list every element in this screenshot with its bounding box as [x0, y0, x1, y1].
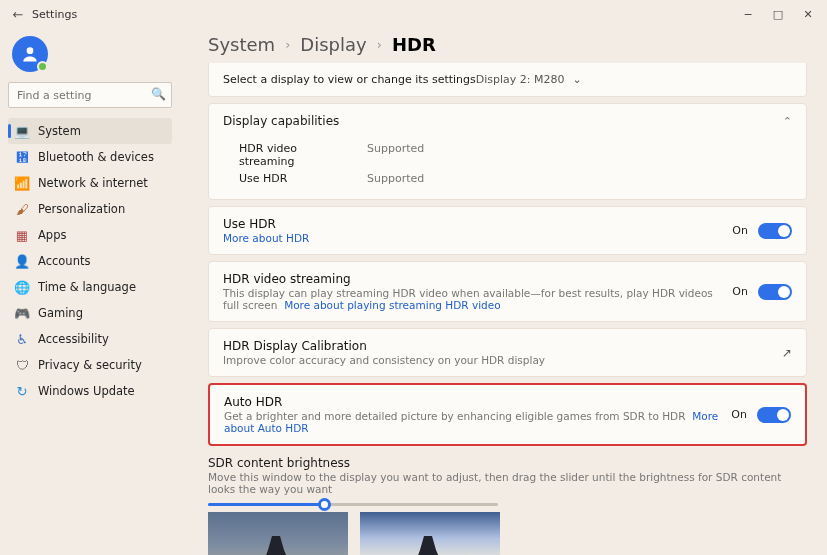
setting-title: HDR video streaming: [223, 272, 722, 286]
bluetooth-icon: ᜛: [14, 149, 30, 165]
shield-icon: 🛡: [14, 357, 30, 373]
setting-hdr-calibration[interactable]: HDR Display Calibration Improve color ac…: [208, 328, 807, 377]
setting-title: SDR content brightness: [208, 456, 807, 470]
maximize-button[interactable]: □: [763, 8, 793, 21]
presence-dot-icon: [37, 61, 48, 72]
sidebar-item-gaming[interactable]: 🎮Gaming: [8, 300, 172, 326]
sidebar-item-label: Bluetooth & devices: [38, 150, 154, 164]
sidebar-item-personalization[interactable]: 🖌Personalization: [8, 196, 172, 222]
breadcrumb: System › Display › HDR: [208, 28, 807, 63]
sidebar-item-label: Windows Update: [38, 384, 135, 398]
cap-row: HDR video streaming Supported: [239, 140, 792, 170]
paintbrush-icon: 🖌: [14, 201, 30, 217]
gamepad-icon: 🎮: [14, 305, 30, 321]
hdr-video-link[interactable]: More about playing streaming HDR video: [284, 299, 500, 311]
slider-thumb[interactable]: [318, 498, 331, 511]
search-icon: 🔍: [151, 87, 166, 101]
svg-point-0: [27, 47, 34, 54]
chevron-down-icon: ⌄: [573, 73, 582, 86]
sidebar-item-label: Apps: [38, 228, 66, 242]
sdr-brightness-slider[interactable]: [208, 503, 498, 506]
cap-key: Use HDR: [239, 172, 349, 185]
wifi-icon: 📶: [14, 175, 30, 191]
sidebar-item-time-language[interactable]: 🌐Time & language: [8, 274, 172, 300]
hdr-preview-image: [360, 512, 500, 555]
cap-val: Supported: [367, 142, 424, 168]
display-selected-value: Display 2: M280: [476, 73, 565, 86]
use-hdr-toggle[interactable]: [758, 223, 792, 239]
sidebar-item-label: Gaming: [38, 306, 83, 320]
system-icon: 💻: [14, 123, 30, 139]
setting-desc: Get a brighter and more detailed picture…: [224, 410, 685, 422]
chevron-up-icon: ⌃: [783, 115, 792, 128]
sidebar-item-label: Accounts: [38, 254, 90, 268]
setting-use-hdr: Use HDR More about HDR On: [208, 206, 807, 255]
auto-hdr-toggle[interactable]: [757, 407, 791, 423]
crumb-display[interactable]: Display: [300, 34, 366, 55]
user-avatar[interactable]: [12, 36, 48, 72]
accessibility-icon: ♿: [14, 331, 30, 347]
sidebar-item-label: Privacy & security: [38, 358, 142, 372]
sidebar-item-system[interactable]: 💻System: [8, 118, 172, 144]
setting-hdr-video: HDR video streaming This display can pla…: [208, 261, 807, 322]
update-icon: ↻: [14, 383, 30, 399]
person-icon: 👤: [14, 253, 30, 269]
setting-auto-hdr: Auto HDR Get a brighter and more detaile…: [208, 383, 807, 446]
sdr-preview: SDR content: [208, 512, 348, 555]
cap-val: Supported: [367, 172, 424, 185]
sidebar-item-network[interactable]: 📶Network & internet: [8, 170, 172, 196]
sidebar-item-accessibility[interactable]: ♿Accessibility: [8, 326, 172, 352]
use-hdr-link[interactable]: More about HDR: [223, 232, 309, 244]
window-title: Settings: [32, 8, 77, 21]
sidebar-item-privacy[interactable]: 🛡Privacy & security: [8, 352, 172, 378]
display-selector[interactable]: Display 2: M280 ⌄: [476, 73, 582, 86]
chevron-right-icon: ›: [285, 37, 290, 52]
toggle-state: On: [732, 285, 748, 298]
sdr-preview-image: [208, 512, 348, 555]
apps-icon: ▦: [14, 227, 30, 243]
sidebar-item-apps[interactable]: ▦Apps: [8, 222, 172, 248]
select-display-label: Select a display to view or change its s…: [223, 73, 476, 86]
hdr-preview: HDR content (for comparison): [360, 512, 500, 555]
sidebar-item-update[interactable]: ↻Windows Update: [8, 378, 172, 404]
close-button[interactable]: ✕: [793, 8, 823, 21]
chevron-right-icon: ›: [377, 37, 382, 52]
sidebar-item-label: Accessibility: [38, 332, 109, 346]
globe-icon: 🌐: [14, 279, 30, 295]
setting-title: Auto HDR: [224, 395, 721, 409]
sidebar-item-accounts[interactable]: 👤Accounts: [8, 248, 172, 274]
back-button[interactable]: ←: [4, 7, 32, 22]
person-icon: [20, 44, 40, 64]
hdr-video-toggle[interactable]: [758, 284, 792, 300]
sidebar-item-label: Personalization: [38, 202, 125, 216]
crumb-hdr: HDR: [392, 34, 436, 55]
sidebar-item-label: Time & language: [38, 280, 136, 294]
search-input[interactable]: [8, 82, 172, 108]
setting-title: Use HDR: [223, 217, 722, 231]
setting-desc: Improve color accuracy and consistency o…: [223, 354, 772, 366]
caps-title: Display capabilities: [223, 114, 339, 128]
search-field[interactable]: 🔍: [8, 82, 172, 108]
setting-desc: Move this window to the display you want…: [208, 471, 807, 495]
toggle-state: On: [732, 224, 748, 237]
sdr-brightness-section: SDR content brightness Move this window …: [208, 452, 807, 555]
toggle-state: On: [731, 408, 747, 421]
cap-row: Use HDR Supported: [239, 170, 792, 187]
setting-title: HDR Display Calibration: [223, 339, 772, 353]
crumb-system[interactable]: System: [208, 34, 275, 55]
external-link-icon: ↗: [782, 346, 792, 360]
sidebar-item-label: Network & internet: [38, 176, 148, 190]
sidebar-item-label: System: [38, 124, 81, 138]
display-capabilities-header[interactable]: Display capabilities ⌃: [209, 104, 806, 134]
sidebar-item-bluetooth[interactable]: ᜛Bluetooth & devices: [8, 144, 172, 170]
cap-key: HDR video streaming: [239, 142, 349, 168]
slider-fill: [208, 503, 324, 506]
minimize-button[interactable]: −: [733, 8, 763, 21]
